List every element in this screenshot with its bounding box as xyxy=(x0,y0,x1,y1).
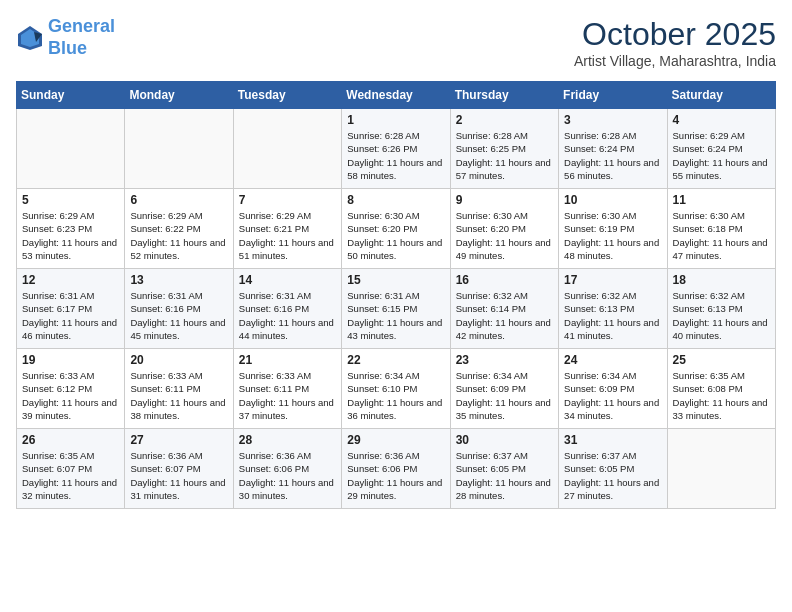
calendar-day-cell: 9Sunrise: 6:30 AM Sunset: 6:20 PM Daylig… xyxy=(450,189,558,269)
day-number: 31 xyxy=(564,433,661,447)
calendar-day-cell: 27Sunrise: 6:36 AM Sunset: 6:07 PM Dayli… xyxy=(125,429,233,509)
calendar-day-cell: 3Sunrise: 6:28 AM Sunset: 6:24 PM Daylig… xyxy=(559,109,667,189)
day-info: Sunrise: 6:36 AM Sunset: 6:06 PM Dayligh… xyxy=(239,449,336,502)
calendar-day-cell: 14Sunrise: 6:31 AM Sunset: 6:16 PM Dayli… xyxy=(233,269,341,349)
day-info: Sunrise: 6:34 AM Sunset: 6:09 PM Dayligh… xyxy=(564,369,661,422)
calendar-day-cell: 18Sunrise: 6:32 AM Sunset: 6:13 PM Dayli… xyxy=(667,269,775,349)
calendar-day-cell: 28Sunrise: 6:36 AM Sunset: 6:06 PM Dayli… xyxy=(233,429,341,509)
calendar-day-cell: 13Sunrise: 6:31 AM Sunset: 6:16 PM Dayli… xyxy=(125,269,233,349)
weekday-header-cell: Monday xyxy=(125,82,233,109)
day-info: Sunrise: 6:30 AM Sunset: 6:20 PM Dayligh… xyxy=(456,209,553,262)
calendar-body: 1Sunrise: 6:28 AM Sunset: 6:26 PM Daylig… xyxy=(17,109,776,509)
calendar-day-cell xyxy=(125,109,233,189)
day-info: Sunrise: 6:31 AM Sunset: 6:17 PM Dayligh… xyxy=(22,289,119,342)
calendar-day-cell: 11Sunrise: 6:30 AM Sunset: 6:18 PM Dayli… xyxy=(667,189,775,269)
day-number: 25 xyxy=(673,353,770,367)
day-number: 4 xyxy=(673,113,770,127)
calendar-day-cell: 30Sunrise: 6:37 AM Sunset: 6:05 PM Dayli… xyxy=(450,429,558,509)
day-number: 23 xyxy=(456,353,553,367)
day-info: Sunrise: 6:28 AM Sunset: 6:26 PM Dayligh… xyxy=(347,129,444,182)
day-number: 16 xyxy=(456,273,553,287)
day-info: Sunrise: 6:29 AM Sunset: 6:23 PM Dayligh… xyxy=(22,209,119,262)
calendar-day-cell: 10Sunrise: 6:30 AM Sunset: 6:19 PM Dayli… xyxy=(559,189,667,269)
calendar-day-cell: 12Sunrise: 6:31 AM Sunset: 6:17 PM Dayli… xyxy=(17,269,125,349)
logo-blue: Blue xyxy=(48,38,87,58)
page-header: General Blue October 2025 Artist Village… xyxy=(16,16,776,69)
day-info: Sunrise: 6:31 AM Sunset: 6:16 PM Dayligh… xyxy=(239,289,336,342)
day-info: Sunrise: 6:28 AM Sunset: 6:24 PM Dayligh… xyxy=(564,129,661,182)
calendar-day-cell xyxy=(233,109,341,189)
day-number: 17 xyxy=(564,273,661,287)
day-info: Sunrise: 6:34 AM Sunset: 6:10 PM Dayligh… xyxy=(347,369,444,422)
day-number: 10 xyxy=(564,193,661,207)
day-number: 14 xyxy=(239,273,336,287)
day-number: 8 xyxy=(347,193,444,207)
calendar-day-cell: 25Sunrise: 6:35 AM Sunset: 6:08 PM Dayli… xyxy=(667,349,775,429)
calendar-day-cell: 17Sunrise: 6:32 AM Sunset: 6:13 PM Dayli… xyxy=(559,269,667,349)
day-number: 1 xyxy=(347,113,444,127)
weekday-header-cell: Tuesday xyxy=(233,82,341,109)
location-subtitle: Artist Village, Maharashtra, India xyxy=(574,53,776,69)
day-info: Sunrise: 6:34 AM Sunset: 6:09 PM Dayligh… xyxy=(456,369,553,422)
day-info: Sunrise: 6:28 AM Sunset: 6:25 PM Dayligh… xyxy=(456,129,553,182)
calendar-day-cell: 8Sunrise: 6:30 AM Sunset: 6:20 PM Daylig… xyxy=(342,189,450,269)
calendar-day-cell: 7Sunrise: 6:29 AM Sunset: 6:21 PM Daylig… xyxy=(233,189,341,269)
day-number: 6 xyxy=(130,193,227,207)
logo-general: General xyxy=(48,16,115,36)
logo-icon xyxy=(16,24,44,52)
day-number: 24 xyxy=(564,353,661,367)
logo: General Blue xyxy=(16,16,115,59)
calendar-day-cell: 21Sunrise: 6:33 AM Sunset: 6:11 PM Dayli… xyxy=(233,349,341,429)
day-number: 5 xyxy=(22,193,119,207)
day-number: 27 xyxy=(130,433,227,447)
calendar-table: SundayMondayTuesdayWednesdayThursdayFrid… xyxy=(16,81,776,509)
calendar-day-cell: 20Sunrise: 6:33 AM Sunset: 6:11 PM Dayli… xyxy=(125,349,233,429)
day-info: Sunrise: 6:30 AM Sunset: 6:20 PM Dayligh… xyxy=(347,209,444,262)
day-info: Sunrise: 6:29 AM Sunset: 6:22 PM Dayligh… xyxy=(130,209,227,262)
calendar-day-cell: 19Sunrise: 6:33 AM Sunset: 6:12 PM Dayli… xyxy=(17,349,125,429)
day-info: Sunrise: 6:29 AM Sunset: 6:24 PM Dayligh… xyxy=(673,129,770,182)
calendar-week-row: 12Sunrise: 6:31 AM Sunset: 6:17 PM Dayli… xyxy=(17,269,776,349)
weekday-header-cell: Thursday xyxy=(450,82,558,109)
day-info: Sunrise: 6:35 AM Sunset: 6:07 PM Dayligh… xyxy=(22,449,119,502)
calendar-day-cell: 2Sunrise: 6:28 AM Sunset: 6:25 PM Daylig… xyxy=(450,109,558,189)
logo-text: General Blue xyxy=(48,16,115,59)
day-number: 11 xyxy=(673,193,770,207)
day-number: 30 xyxy=(456,433,553,447)
calendar-day-cell: 1Sunrise: 6:28 AM Sunset: 6:26 PM Daylig… xyxy=(342,109,450,189)
calendar-day-cell: 22Sunrise: 6:34 AM Sunset: 6:10 PM Dayli… xyxy=(342,349,450,429)
day-info: Sunrise: 6:32 AM Sunset: 6:13 PM Dayligh… xyxy=(673,289,770,342)
weekday-header-cell: Friday xyxy=(559,82,667,109)
weekday-header-row: SundayMondayTuesdayWednesdayThursdayFrid… xyxy=(17,82,776,109)
calendar-day-cell: 29Sunrise: 6:36 AM Sunset: 6:06 PM Dayli… xyxy=(342,429,450,509)
calendar-day-cell xyxy=(667,429,775,509)
calendar-day-cell xyxy=(17,109,125,189)
day-number: 7 xyxy=(239,193,336,207)
day-number: 19 xyxy=(22,353,119,367)
weekday-header-cell: Sunday xyxy=(17,82,125,109)
day-number: 21 xyxy=(239,353,336,367)
day-number: 15 xyxy=(347,273,444,287)
weekday-header-cell: Saturday xyxy=(667,82,775,109)
month-title: October 2025 xyxy=(574,16,776,53)
calendar-day-cell: 24Sunrise: 6:34 AM Sunset: 6:09 PM Dayli… xyxy=(559,349,667,429)
day-number: 18 xyxy=(673,273,770,287)
calendar-week-row: 1Sunrise: 6:28 AM Sunset: 6:26 PM Daylig… xyxy=(17,109,776,189)
day-info: Sunrise: 6:35 AM Sunset: 6:08 PM Dayligh… xyxy=(673,369,770,422)
calendar-week-row: 26Sunrise: 6:35 AM Sunset: 6:07 PM Dayli… xyxy=(17,429,776,509)
day-info: Sunrise: 6:29 AM Sunset: 6:21 PM Dayligh… xyxy=(239,209,336,262)
day-number: 2 xyxy=(456,113,553,127)
calendar-day-cell: 23Sunrise: 6:34 AM Sunset: 6:09 PM Dayli… xyxy=(450,349,558,429)
day-info: Sunrise: 6:33 AM Sunset: 6:12 PM Dayligh… xyxy=(22,369,119,422)
weekday-header-cell: Wednesday xyxy=(342,82,450,109)
calendar-day-cell: 31Sunrise: 6:37 AM Sunset: 6:05 PM Dayli… xyxy=(559,429,667,509)
day-number: 12 xyxy=(22,273,119,287)
calendar-day-cell: 4Sunrise: 6:29 AM Sunset: 6:24 PM Daylig… xyxy=(667,109,775,189)
day-info: Sunrise: 6:36 AM Sunset: 6:07 PM Dayligh… xyxy=(130,449,227,502)
calendar-day-cell: 6Sunrise: 6:29 AM Sunset: 6:22 PM Daylig… xyxy=(125,189,233,269)
day-info: Sunrise: 6:32 AM Sunset: 6:13 PM Dayligh… xyxy=(564,289,661,342)
calendar-day-cell: 5Sunrise: 6:29 AM Sunset: 6:23 PM Daylig… xyxy=(17,189,125,269)
title-block: October 2025 Artist Village, Maharashtra… xyxy=(574,16,776,69)
day-info: Sunrise: 6:36 AM Sunset: 6:06 PM Dayligh… xyxy=(347,449,444,502)
calendar-week-row: 19Sunrise: 6:33 AM Sunset: 6:12 PM Dayli… xyxy=(17,349,776,429)
